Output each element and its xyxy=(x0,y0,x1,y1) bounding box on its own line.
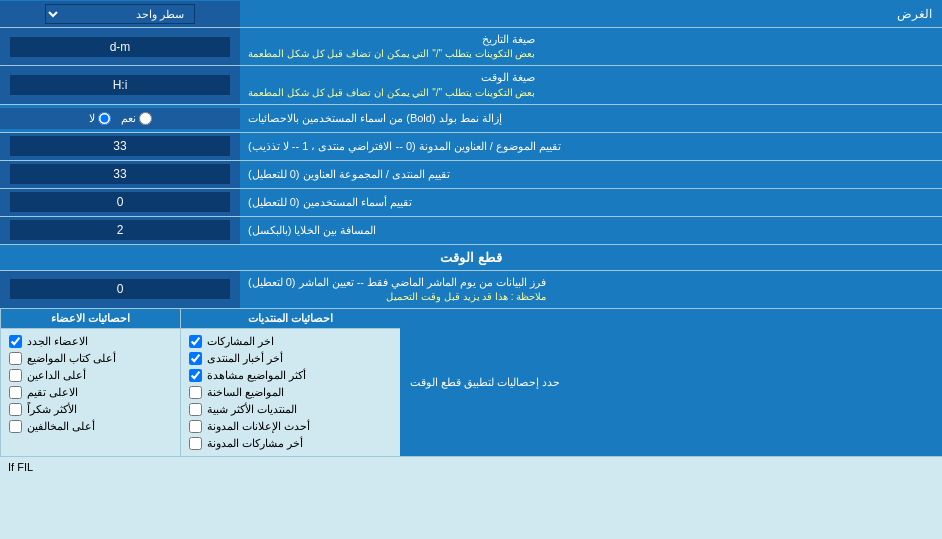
forum-sort-row: تقييم المنتدى / المجموعة العناوين (0 للت… xyxy=(0,161,942,189)
user-sort-input-area xyxy=(0,189,240,216)
if-fil-note: If FIL xyxy=(0,457,942,477)
time-format-input[interactable] xyxy=(10,75,230,95)
main-container: الغرض سطر واحد فقرة صيغة التاريخ بعض الت… xyxy=(0,0,942,477)
bold-remove-yes-radio[interactable] xyxy=(139,112,152,125)
stats-container: حدد إحصاليات لتطبيق قطع الوقت احصائيات ا… xyxy=(0,309,942,457)
stat-item: المواضيع الساخنة xyxy=(189,384,392,401)
purpose-label: الغرض xyxy=(240,3,942,25)
date-format-row: صيغة التاريخ بعض التكوينات يتطلب "/" الت… xyxy=(0,28,942,66)
forum-sort-input[interactable] xyxy=(10,164,230,184)
time-cut-header: قطع الوقت xyxy=(0,245,942,271)
time-cut-input-area xyxy=(0,271,240,308)
stat-checkbox[interactable] xyxy=(189,352,202,365)
stat-item: الاعضاء الجدد xyxy=(9,333,172,350)
time-cut-row: فرز البيانات من يوم الماشر الماضي فقط --… xyxy=(0,271,942,309)
stat-item: أحدث الإعلانات المدونة xyxy=(189,418,392,435)
user-sort-label: تقييم أسماء المستخدمين (0 للتعطيل) xyxy=(240,189,942,216)
user-sort-input[interactable] xyxy=(10,192,230,212)
stat-item: أكثر المواضيع مشاهدة xyxy=(189,367,392,384)
purpose-row: الغرض سطر واحد فقرة xyxy=(0,0,942,28)
topic-sort-label: تقييم الموضوع / العناوين المدونة (0 -- ا… xyxy=(240,133,942,160)
cell-spacing-input-area xyxy=(0,217,240,244)
stat-checkbox[interactable] xyxy=(189,420,202,433)
bold-remove-yes-option[interactable]: نعم xyxy=(121,112,152,125)
cell-spacing-label: المسافة بين الخلايا (بالبكسل) xyxy=(240,217,942,244)
stat-item: المنتديات الأكثر شبية xyxy=(189,401,392,418)
stat-item: أخر أخبار المنتدى xyxy=(189,350,392,367)
stat-checkbox[interactable] xyxy=(189,386,202,399)
stat-checkbox[interactable] xyxy=(9,403,22,416)
date-format-input-area xyxy=(0,28,240,65)
stat-item: الاعلى تقيم xyxy=(9,384,172,401)
members-stats-col: احصائيات الاعضاء الاعضاء الجدد أعلى كتاب… xyxy=(0,309,180,456)
date-format-input[interactable] xyxy=(10,37,230,57)
stat-checkbox[interactable] xyxy=(189,369,202,382)
purpose-select[interactable]: سطر واحد فقرة xyxy=(45,4,195,24)
user-sort-row: تقييم أسماء المستخدمين (0 للتعطيل) xyxy=(0,189,942,217)
stats-limit-label: حدد إحصاليات لتطبيق قطع الوقت xyxy=(400,309,942,456)
stat-checkbox[interactable] xyxy=(189,437,202,450)
time-format-row: صيغة الوقت بعض التكوينات يتطلب "/" التي … xyxy=(0,66,942,104)
bold-remove-no-radio[interactable] xyxy=(98,112,111,125)
time-cut-label: فرز البيانات من يوم الماشر الماضي فقط --… xyxy=(240,271,942,308)
bold-remove-no-option[interactable]: لا xyxy=(89,112,111,125)
forum-sort-input-area xyxy=(0,161,240,188)
time-format-input-area xyxy=(0,66,240,103)
topic-sort-input-area xyxy=(0,133,240,160)
topic-sort-row: تقييم الموضوع / العناوين المدونة (0 -- ا… xyxy=(0,133,942,161)
date-format-label: صيغة التاريخ بعض التكوينات يتطلب "/" الت… xyxy=(240,28,942,65)
stat-checkbox[interactable] xyxy=(9,352,22,365)
forum-sort-label: تقييم المنتدى / المجموعة العناوين (0 للت… xyxy=(240,161,942,188)
topic-sort-input[interactable] xyxy=(10,136,230,156)
stat-item: أخر مشاركات المدونة xyxy=(189,435,392,452)
posts-stats-col: احصائيات المنتديات اخر المشاركات أخر أخب… xyxy=(180,309,400,456)
stat-item: أعلى الداعين xyxy=(9,367,172,384)
stat-item: أعلى المخالفين xyxy=(9,418,172,435)
time-cut-input[interactable] xyxy=(10,279,230,299)
bold-remove-row: إزالة نمط بولد (Bold) من اسماء المستخدمي… xyxy=(0,105,942,133)
posts-stats-items: اخر المشاركات أخر أخبار المنتدى أكثر الم… xyxy=(181,329,400,456)
stat-checkbox[interactable] xyxy=(189,335,202,348)
purpose-dropdown-area: سطر واحد فقرة xyxy=(0,1,240,27)
members-stats-items: الاعضاء الجدد أعلى كتاب المواضيع أعلى ال… xyxy=(1,329,180,439)
stat-item: اخر المشاركات xyxy=(189,333,392,350)
members-stats-header: احصائيات الاعضاء xyxy=(1,309,180,329)
cell-spacing-row: المسافة بين الخلايا (بالبكسل) xyxy=(0,217,942,245)
cell-spacing-input[interactable] xyxy=(10,220,230,240)
stat-checkbox[interactable] xyxy=(9,335,22,348)
bold-remove-label: إزالة نمط بولد (Bold) من اسماء المستخدمي… xyxy=(240,107,942,130)
stat-item: أعلى كتاب المواضيع xyxy=(9,350,172,367)
posts-stats-header: احصائيات المنتديات xyxy=(181,309,400,329)
stat-checkbox[interactable] xyxy=(9,386,22,399)
time-format-label: صيغة الوقت بعض التكوينات يتطلب "/" التي … xyxy=(240,66,942,103)
stat-checkbox[interactable] xyxy=(9,369,22,382)
stat-checkbox[interactable] xyxy=(9,420,22,433)
stat-checkbox[interactable] xyxy=(189,403,202,416)
stat-item: الأكثر شكراً xyxy=(9,401,172,418)
bold-remove-options: نعم لا xyxy=(0,108,240,129)
